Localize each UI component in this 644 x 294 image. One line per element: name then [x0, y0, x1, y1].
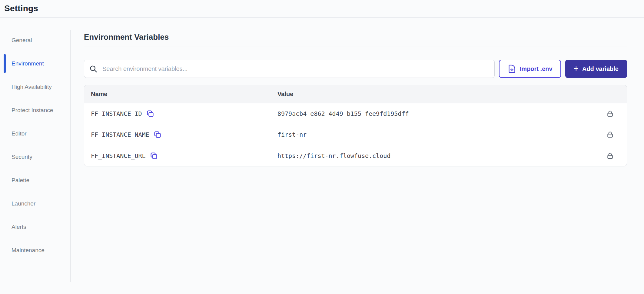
- sidebar-item-general[interactable]: General: [12, 35, 58, 45]
- sidebar-item-protect-instance[interactable]: Protect Instance: [12, 105, 58, 115]
- sidebar-item-maintenance[interactable]: Maintenance: [12, 245, 58, 256]
- sidebar-item-security[interactable]: Security: [12, 152, 58, 162]
- lock-icon: [606, 152, 614, 160]
- copy-icon[interactable]: [146, 109, 155, 118]
- env-var-name: FF_INSTANCE_URL: [91, 152, 146, 159]
- sidebar-item-alerts[interactable]: Alerts: [12, 222, 58, 232]
- table-row: FF_INSTANCE_NAME first-nr: [84, 124, 627, 145]
- env-vars-table: Name Value FF_INSTANCE_ID 8979acb4-e862-…: [84, 85, 627, 166]
- settings-layout: General Environment High Availability Pr…: [0, 18, 644, 282]
- lock-icon: [606, 131, 614, 139]
- add-variable-label: Add variable: [582, 65, 619, 72]
- import-env-label: Import .env: [520, 65, 553, 72]
- env-var-name: FF_INSTANCE_NAME: [91, 131, 149, 138]
- column-header-value: Value: [274, 91, 593, 98]
- env-var-value: 8979acb4-e862-4d49-b155-fee9fd195dff: [274, 110, 593, 117]
- table-row: FF_INSTANCE_URL https://first-nr.flowfus…: [84, 145, 627, 166]
- plus-icon: +: [574, 64, 579, 73]
- lock-icon: [606, 110, 614, 118]
- search-box: [84, 60, 495, 78]
- add-variable-button[interactable]: + Add variable: [565, 60, 627, 78]
- env-var-value: first-nr: [274, 131, 593, 138]
- sidebar-item-launcher[interactable]: Launcher: [12, 198, 58, 209]
- env-var-name: FF_INSTANCE_ID: [91, 110, 142, 117]
- section-title: Environment Variables: [84, 31, 627, 43]
- page-header: Settings: [0, 0, 644, 18]
- sidebar-item-editor[interactable]: Editor: [12, 128, 58, 139]
- sidebar-nav-list: General Environment High Availability Pr…: [0, 35, 71, 256]
- section-divider: [84, 46, 627, 46]
- copy-icon[interactable]: [149, 151, 158, 160]
- document-download-icon: [507, 64, 516, 73]
- environment-panel: Environment Variables Import .env + Add: [71, 30, 644, 282]
- page-title: Settings: [4, 4, 644, 13]
- search-input[interactable]: [102, 65, 490, 73]
- copy-icon[interactable]: [153, 130, 162, 139]
- env-toolbar: Import .env + Add variable: [84, 60, 627, 78]
- settings-sidebar: General Environment High Availability Pr…: [0, 30, 71, 282]
- import-env-button[interactable]: Import .env: [499, 60, 561, 78]
- table-row: FF_INSTANCE_ID 8979acb4-e862-4d49-b155-f…: [84, 103, 627, 124]
- env-var-value: https://first-nr.flowfuse.cloud: [274, 152, 593, 159]
- table-header-row: Name Value: [84, 85, 627, 103]
- search-icon: [89, 65, 98, 73]
- sidebar-item-high-availability[interactable]: High Availability: [12, 82, 58, 92]
- sidebar-item-environment[interactable]: Environment: [12, 58, 58, 69]
- column-header-name: Name: [84, 91, 274, 98]
- sidebar-item-palette[interactable]: Palette: [12, 175, 58, 185]
